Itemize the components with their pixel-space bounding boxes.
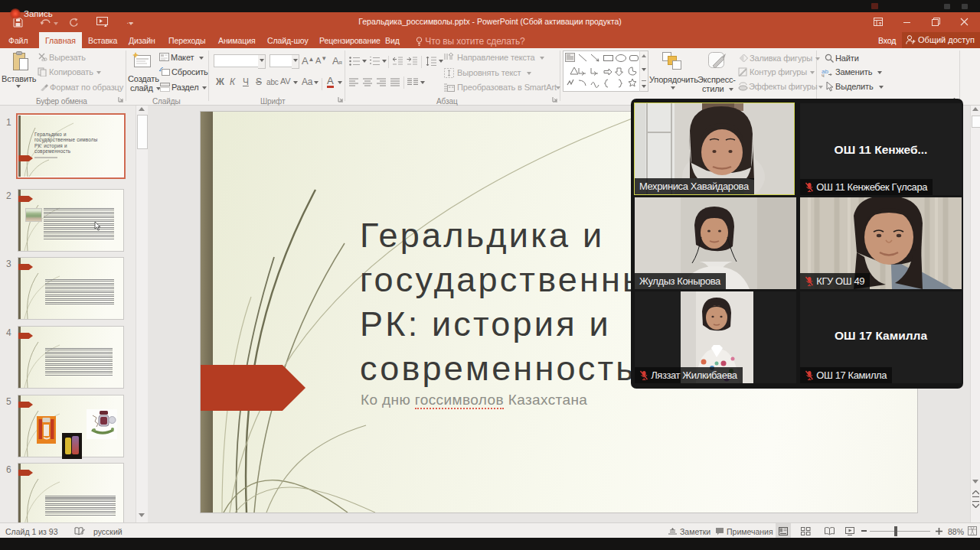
svg-text:ч: ч: [822, 73, 825, 77]
